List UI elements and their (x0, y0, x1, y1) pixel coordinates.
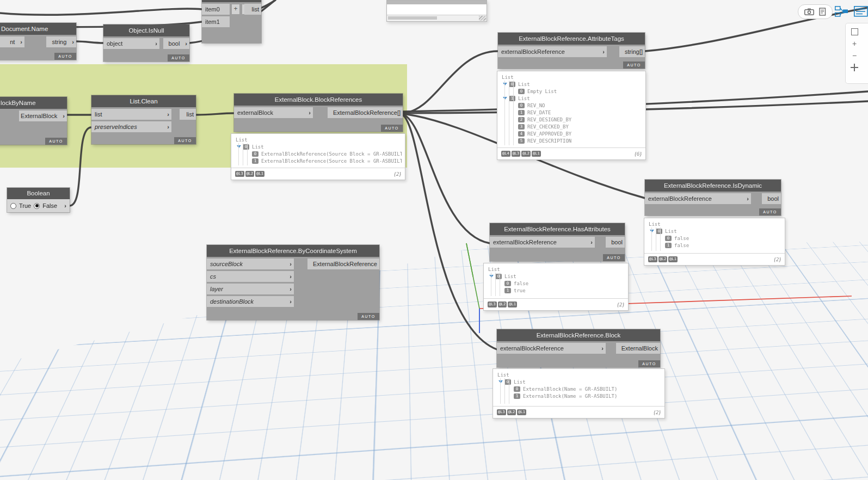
preview-bubble-blockreferences[interactable]: List0List0ExternalBlockReference(Source … (231, 133, 405, 180)
node-object-isnull[interactable]: Object.IsNull object › bool › AUTO (103, 24, 189, 61)
radio-false[interactable] (34, 203, 40, 209)
preview-bubble-hasattributes[interactable]: List0List0false1true @L3@L2@L1 {2} (483, 263, 629, 311)
horizontal-scrollbar[interactable] (387, 15, 487, 21)
output-port-externalblock[interactable]: ExternalBlock (616, 343, 660, 354)
preview-bubble-isdynamic[interactable]: List0List0false1false @L3@L2@L1 {2} (644, 218, 785, 266)
input-port-layer[interactable]: layer › (207, 284, 294, 294)
node-footer: AUTO (497, 360, 660, 367)
node-title[interactable]: ExternalBlockReference.AttributeTags (498, 33, 645, 45)
input-port-object[interactable]: object › (103, 38, 159, 49)
preview-value: ExternalBlockReference(Source Block = GR… (261, 158, 402, 164)
node-isdynamic[interactable]: ExternalBlockReference.IsDynamic externa… (645, 180, 781, 216)
node-boolean[interactable]: Boolean True False › (7, 188, 70, 212)
radio-true-label[interactable]: True (19, 202, 31, 209)
output-port-list[interactable]: list (180, 109, 196, 120)
output-port-bool[interactable]: bool (762, 193, 781, 204)
output-port-bool[interactable]: bool (606, 237, 625, 248)
input-port-destinationblock[interactable]: destinationBlock › (207, 296, 294, 307)
lacing-auto-badge[interactable]: AUTO (623, 61, 645, 69)
output-port-bool[interactable]: bool › (163, 38, 189, 49)
lacing-auto-badge[interactable]: AUTO (168, 54, 189, 61)
node-block[interactable]: ExternalBlockReference.Block externalBlo… (497, 329, 660, 367)
node-title[interactable]: ExternalBlockReference.ByCoordinateSyste… (207, 245, 379, 257)
lacing-auto-badge[interactable]: AUTO (603, 254, 625, 261)
dynamo-workspace-canvas[interactable]: Document.Name nt › string › AUTO Object.… (0, 0, 868, 480)
resize-grip-icon[interactable] (479, 16, 486, 21)
input-port-externalblock[interactable]: externalBlock › (234, 107, 313, 118)
expand-arrow-icon[interactable] (650, 230, 654, 232)
expand-arrow-icon[interactable] (489, 275, 494, 278)
node-externalblock-blockreferences[interactable]: ExternalBlock.BlockReferences externalBl… (234, 94, 403, 132)
input-port-item1[interactable]: item1 (202, 16, 230, 27)
node-attributetags[interactable]: ExternalBlockReference.AttributeTags ext… (498, 33, 645, 69)
lacing-auto-badge[interactable]: AUTO (174, 137, 196, 144)
input-port-externalblockreference[interactable]: externalBlockReference › (498, 46, 607, 57)
output-port-bool[interactable]: › (64, 202, 66, 209)
export-image-icon[interactable] (804, 8, 814, 15)
preview-bubble-block[interactable]: List0List0ExternalBlock(Name = GR-ASBUIL… (493, 368, 665, 419)
output-port-externalblockreference[interactable]: ExternalBlockReference (307, 259, 379, 269)
wire[interactable] (403, 114, 490, 243)
node-title[interactable]: Boolean (7, 188, 70, 199)
node-document-name[interactable]: Document.Name nt › string › AUTO (0, 23, 76, 60)
input-port-list[interactable]: list › (91, 109, 171, 120)
node-title[interactable]: ExternalBlockReference.IsDynamic (645, 180, 781, 192)
pan-button[interactable] (849, 63, 859, 72)
lacing-auto-badge[interactable]: AUTO (759, 208, 781, 216)
output-port-externalblockreference-array[interactable]: ExternalBlockReference[] (328, 107, 403, 118)
node-bycoordinatesystem[interactable]: ExternalBlockReference.ByCoordinateSyste… (207, 245, 379, 320)
zoom-in-button[interactable]: + (849, 39, 859, 48)
input-port-document[interactable]: nt › (0, 36, 24, 47)
input-port-sourceblock[interactable]: sourceBlock › (207, 259, 294, 269)
preview-value: false (674, 243, 689, 248)
panel-list-icon[interactable] (854, 6, 868, 17)
add-port-button[interactable]: + (231, 4, 240, 15)
preview-row: 0List (484, 273, 625, 280)
graph-view-icon[interactable] (835, 6, 848, 17)
lacing-auto-badge[interactable]: AUTO (381, 125, 403, 132)
wire[interactable] (403, 51, 498, 113)
wire[interactable] (0, 9, 202, 15)
expand-arrow-icon[interactable] (503, 97, 507, 100)
port-label: bool (767, 195, 779, 202)
node-title[interactable]: lockByName (0, 97, 67, 109)
node-title[interactable]: List.Clean (91, 95, 196, 107)
expand-arrow-icon[interactable] (503, 83, 507, 85)
input-port-item0[interactable]: item0 (202, 4, 230, 15)
radio-true[interactable] (10, 203, 16, 209)
lacing-auto-badge[interactable]: AUTO (638, 360, 660, 367)
node-external-block-by-name[interactable]: lockByName ExternalBlock › AUTO (0, 97, 67, 145)
expand-arrow-icon[interactable] (498, 380, 503, 383)
node-hasattributes[interactable]: ExternalBlockReference.HasAttributes ext… (490, 223, 625, 261)
output-port-externalblock[interactable]: ExternalBlock › (19, 110, 67, 121)
input-port-cs[interactable]: cs › (207, 271, 294, 282)
node-title[interactable]: ExternalBlock.BlockReferences (234, 94, 403, 106)
node-title[interactable]: Object.IsNull (103, 24, 189, 36)
zoom-out-button[interactable]: − (849, 51, 859, 60)
output-port-string[interactable]: string › (46, 36, 76, 47)
notes-icon[interactable] (819, 8, 826, 16)
output-port-string-array[interactable]: string[] (619, 46, 645, 57)
preview-bubble-attributetags[interactable]: List0List0Empty List1List0REV_NO1REV_DAT… (497, 71, 646, 160)
output-port-list[interactable]: list (244, 4, 261, 15)
radio-false-label[interactable]: False (42, 202, 57, 209)
lacing-auto-badge[interactable]: AUTO (54, 53, 76, 60)
node-title[interactable]: Document.Name (0, 23, 76, 35)
input-port-externalblockreference[interactable]: externalBlockReference › (497, 343, 606, 354)
wire[interactable] (261, 0, 275, 8)
wire[interactable] (76, 41, 103, 43)
node-title[interactable]: ExternalBlockReference.HasAttributes (490, 223, 625, 235)
lacing-auto-badge[interactable]: AUTO (358, 313, 379, 320)
node-list-clean[interactable]: List.Clean list › preserveIndices › list… (91, 95, 196, 144)
input-port-externalblockreference[interactable]: externalBlockReference › (490, 237, 595, 248)
lacing-auto-badge[interactable]: AUTO (45, 138, 67, 145)
node-list-create[interactable]: item0 + - item1 list (202, 0, 261, 43)
scrollbar-thumb[interactable] (388, 16, 437, 20)
input-port-preserveindices[interactable]: preserveIndices › (91, 121, 171, 132)
partial-preview-bubble[interactable] (386, 0, 487, 22)
node-title[interactable]: ExternalBlockReference.Block (497, 329, 660, 341)
input-port-externalblockreference[interactable]: externalBlockReference › (645, 193, 751, 204)
expand-arrow-icon[interactable] (237, 145, 241, 148)
wire[interactable] (403, 115, 497, 349)
zoom-fit-button[interactable] (849, 27, 859, 36)
